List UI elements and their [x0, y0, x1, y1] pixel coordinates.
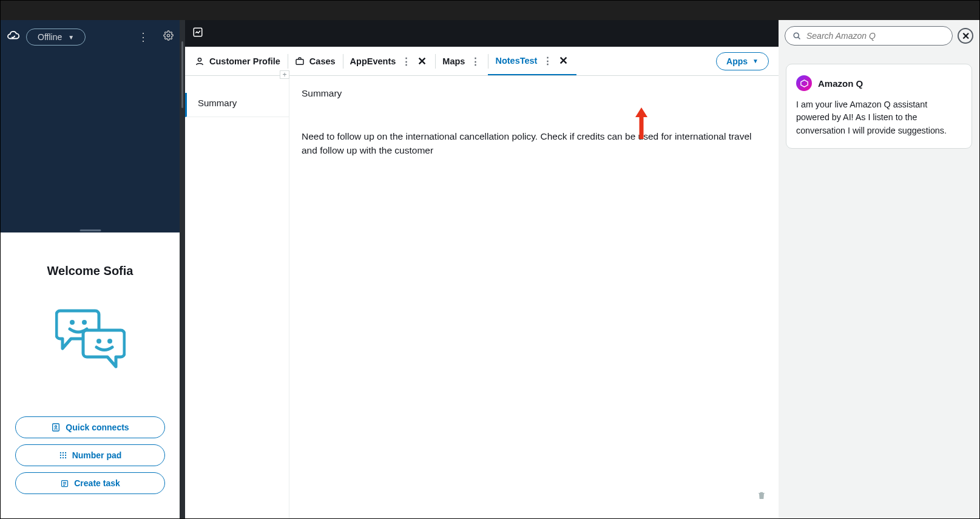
tab-menu-icon[interactable]: ⋮: [470, 56, 481, 66]
amazon-q-title: Amazon Q: [818, 78, 863, 89]
dialpad-icon: [59, 451, 67, 460]
vertical-divider[interactable]: [180, 20, 185, 518]
svg-point-20: [794, 33, 799, 38]
kebab-icon[interactable]: ⋮: [138, 30, 149, 44]
svg-point-9: [65, 452, 66, 453]
amazon-q-card: Amazon Q I am your live Amazon Q assista…: [786, 64, 972, 149]
contacts-icon: [51, 422, 61, 432]
number-pad-label: Number pad: [72, 450, 122, 460]
amazon-q-search[interactable]: [785, 26, 953, 46]
ccp-top: Offline ▼ ⋮: [1, 20, 180, 232]
add-subtab-button[interactable]: +: [280, 70, 289, 79]
note-content-area: Summary Need to follow up on the interna…: [289, 76, 779, 518]
svg-point-12: [65, 455, 66, 456]
tab-label: Cases: [309, 56, 336, 66]
amazon-q-panel: ✕ Amazon Q I am your live Amazon Q assis…: [779, 20, 979, 518]
welcome-heading: Welcome Sofia: [47, 264, 133, 278]
gear-icon[interactable]: [163, 30, 174, 44]
apps-label: Apps: [726, 56, 748, 66]
tab-notes-test[interactable]: NotesTest ⋮ ✕: [488, 47, 576, 75]
window-titlebar: [1, 1, 979, 20]
quick-connects-button[interactable]: Quick connects: [15, 416, 165, 438]
apps-dropdown-button[interactable]: Apps ▼: [716, 52, 769, 70]
trash-icon[interactable]: [757, 490, 766, 504]
svg-point-8: [62, 452, 63, 453]
note-heading: Summary: [302, 88, 766, 99]
tab-maps[interactable]: Maps ⋮: [435, 47, 488, 75]
workspace-topbar: [185, 20, 779, 47]
amazon-q-logo: [796, 75, 812, 91]
search-icon: [792, 32, 802, 41]
briefcase-icon: [295, 56, 305, 66]
search-input[interactable]: [806, 31, 945, 41]
subtab-label: Summary: [198, 98, 237, 108]
svg-marker-21: [800, 80, 807, 86]
svg-point-10: [59, 455, 61, 456]
svg-point-0: [167, 34, 169, 36]
quick-connects-label: Quick connects: [66, 422, 129, 432]
svg-point-3: [96, 339, 101, 344]
svg-point-2: [82, 320, 87, 325]
create-task-button[interactable]: Create task: [15, 472, 165, 494]
svg-point-7: [59, 452, 61, 453]
svg-point-14: [62, 457, 63, 458]
notes-subtabs: + Summary: [185, 76, 289, 518]
amazon-q-message: I am your live Amazon Q assistant powere…: [796, 98, 962, 137]
svg-point-13: [59, 457, 61, 458]
close-icon[interactable]: ✕: [558, 54, 569, 67]
task-icon: [60, 479, 69, 488]
svg-point-18: [198, 58, 201, 61]
tab-cases[interactable]: Cases: [288, 47, 343, 75]
tab-menu-icon[interactable]: ⋮: [542, 56, 553, 66]
svg-point-15: [65, 457, 66, 458]
caret-down-icon: ▼: [68, 34, 74, 41]
number-pad-button[interactable]: Number pad: [15, 444, 165, 466]
tab-label: Maps: [442, 56, 465, 66]
note-body-text: Need to follow up on the international c…: [302, 129, 766, 158]
close-panel-button[interactable]: ✕: [958, 28, 973, 44]
activity-icon[interactable]: [192, 27, 203, 40]
panel-resize-handle[interactable]: [79, 229, 101, 231]
subtab-summary[interactable]: Summary: [185, 93, 289, 117]
svg-point-6: [55, 426, 57, 427]
svg-rect-19: [296, 59, 303, 64]
tab-label: AppEvents: [350, 56, 396, 66]
caret-down-icon: ▼: [752, 58, 759, 64]
tab-label: NotesTest: [495, 56, 537, 66]
svg-point-11: [62, 455, 63, 456]
tab-menu-icon[interactable]: ⋮: [400, 56, 411, 66]
close-icon[interactable]: ✕: [416, 55, 428, 68]
create-task-label: Create task: [74, 478, 120, 488]
agent-status-dropdown[interactable]: Offline ▼: [26, 29, 86, 46]
svg-point-1: [70, 320, 75, 325]
tab-customer-profile[interactable]: Customer Profile: [188, 47, 288, 75]
chat-illustration: [55, 306, 126, 375]
status-label: Offline: [38, 32, 62, 42]
agent-ccp-panel: Offline ▼ ⋮ Welcome Sofia: [1, 20, 180, 518]
tab-label: Customer Profile: [209, 56, 280, 66]
svg-point-4: [107, 339, 112, 344]
workspace-tabs: Customer Profile Cases AppEvents ⋮ ✕ Map…: [185, 47, 779, 76]
tab-app-events[interactable]: AppEvents ⋮ ✕: [343, 47, 436, 75]
person-icon: [195, 56, 204, 66]
cloud-icon: [7, 30, 20, 44]
